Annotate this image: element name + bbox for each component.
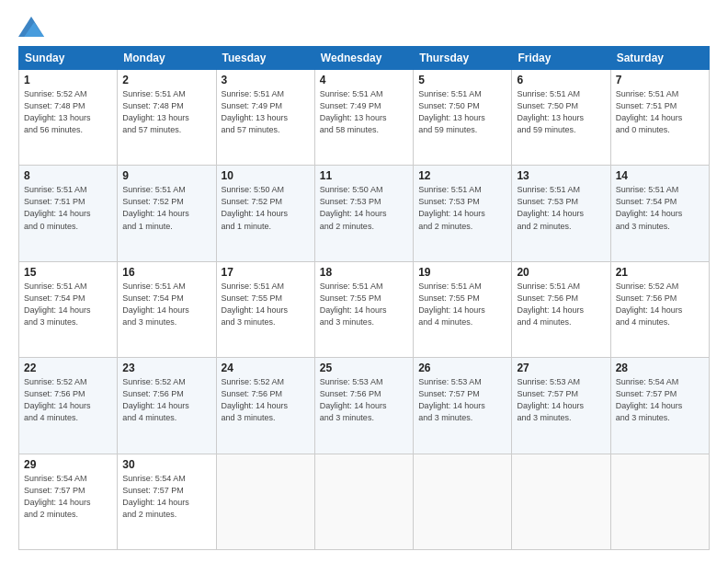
page: SundayMondayTuesdayWednesdayThursdayFrid… <box>0 0 728 563</box>
day-number: 27 <box>517 362 605 374</box>
day-number: 17 <box>222 266 310 279</box>
logo <box>18 17 48 37</box>
calendar-cell: 27Sunrise: 5:53 AM Sunset: 7:57 PM Dayli… <box>512 358 610 454</box>
day-number: 6 <box>517 74 605 86</box>
calendar-cell: 2Sunrise: 5:51 AM Sunset: 7:48 PM Daylig… <box>118 70 216 166</box>
day-info: Sunrise: 5:51 AM Sunset: 7:54 PM Dayligh… <box>24 281 112 328</box>
day-number: 9 <box>122 169 210 182</box>
calendar-cell: 11Sunrise: 5:50 AM Sunset: 7:53 PM Dayli… <box>314 166 413 261</box>
day-info: Sunrise: 5:50 AM Sunset: 7:52 PM Dayligh… <box>222 184 310 232</box>
calendar-cell: 5Sunrise: 5:51 AM Sunset: 7:50 PM Daylig… <box>414 70 512 166</box>
day-info: Sunrise: 5:51 AM Sunset: 7:50 PM Dayligh… <box>517 88 605 136</box>
day-number: 13 <box>517 169 605 182</box>
day-number: 14 <box>616 169 704 182</box>
header <box>18 17 710 37</box>
week-row-4: 22Sunrise: 5:52 AM Sunset: 7:56 PM Dayli… <box>19 358 710 454</box>
weekday-header-friday: Friday <box>512 47 610 70</box>
day-info: Sunrise: 5:51 AM Sunset: 7:55 PM Dayligh… <box>418 281 506 328</box>
day-info: Sunrise: 5:51 AM Sunset: 7:49 PM Dayligh… <box>320 88 408 136</box>
day-number: 16 <box>122 266 210 279</box>
calendar-cell: 15Sunrise: 5:51 AM Sunset: 7:54 PM Dayli… <box>19 261 118 357</box>
day-number: 3 <box>222 74 310 86</box>
day-number: 24 <box>222 362 310 374</box>
calendar-cell: 6Sunrise: 5:51 AM Sunset: 7:50 PM Daylig… <box>512 70 610 166</box>
calendar-cell: 23Sunrise: 5:52 AM Sunset: 7:56 PM Dayli… <box>118 358 216 454</box>
calendar-cell: 17Sunrise: 5:51 AM Sunset: 7:55 PM Dayli… <box>216 261 314 357</box>
calendar-cell: 3Sunrise: 5:51 AM Sunset: 7:49 PM Daylig… <box>216 70 314 166</box>
calendar-cell: 22Sunrise: 5:52 AM Sunset: 7:56 PM Dayli… <box>19 358 118 454</box>
day-number: 11 <box>320 169 408 182</box>
calendar-cell <box>512 454 610 549</box>
weekday-header-row: SundayMondayTuesdayWednesdayThursdayFrid… <box>19 47 710 70</box>
calendar-table: SundayMondayTuesdayWednesdayThursdayFrid… <box>18 46 710 550</box>
calendar-cell: 19Sunrise: 5:51 AM Sunset: 7:55 PM Dayli… <box>414 261 512 357</box>
day-number: 25 <box>320 362 408 374</box>
day-info: Sunrise: 5:51 AM Sunset: 7:53 PM Dayligh… <box>418 184 506 232</box>
calendar-cell: 29Sunrise: 5:54 AM Sunset: 7:57 PM Dayli… <box>19 454 118 549</box>
day-number: 21 <box>616 266 704 279</box>
day-number: 23 <box>122 362 210 374</box>
day-info: Sunrise: 5:53 AM Sunset: 7:56 PM Dayligh… <box>320 376 408 424</box>
calendar-cell: 30Sunrise: 5:54 AM Sunset: 7:57 PM Dayli… <box>118 454 216 549</box>
calendar-cell: 21Sunrise: 5:52 AM Sunset: 7:56 PM Dayli… <box>610 261 709 357</box>
day-info: Sunrise: 5:50 AM Sunset: 7:53 PM Dayligh… <box>320 184 408 232</box>
day-info: Sunrise: 5:53 AM Sunset: 7:57 PM Dayligh… <box>517 376 605 424</box>
calendar-cell: 14Sunrise: 5:51 AM Sunset: 7:54 PM Dayli… <box>610 166 709 261</box>
calendar-cell: 7Sunrise: 5:51 AM Sunset: 7:51 PM Daylig… <box>610 70 709 166</box>
week-row-2: 8Sunrise: 5:51 AM Sunset: 7:51 PM Daylig… <box>19 166 710 261</box>
day-number: 4 <box>320 74 408 86</box>
day-number: 5 <box>418 74 506 86</box>
day-number: 8 <box>24 169 112 182</box>
calendar-cell: 12Sunrise: 5:51 AM Sunset: 7:53 PM Dayli… <box>414 166 512 261</box>
day-info: Sunrise: 5:54 AM Sunset: 7:57 PM Dayligh… <box>616 376 704 424</box>
week-row-3: 15Sunrise: 5:51 AM Sunset: 7:54 PM Dayli… <box>19 261 710 357</box>
day-number: 1 <box>24 74 112 86</box>
day-number: 22 <box>24 362 112 374</box>
calendar-cell: 20Sunrise: 5:51 AM Sunset: 7:56 PM Dayli… <box>512 261 610 357</box>
day-number: 15 <box>24 266 112 279</box>
day-info: Sunrise: 5:51 AM Sunset: 7:53 PM Dayligh… <box>517 184 605 232</box>
day-info: Sunrise: 5:51 AM Sunset: 7:51 PM Dayligh… <box>616 88 704 136</box>
day-info: Sunrise: 5:51 AM Sunset: 7:55 PM Dayligh… <box>320 281 408 328</box>
weekday-header-wednesday: Wednesday <box>314 47 413 70</box>
day-info: Sunrise: 5:51 AM Sunset: 7:48 PM Dayligh… <box>122 88 210 136</box>
day-number: 29 <box>24 458 112 471</box>
calendar-cell <box>610 454 709 549</box>
day-info: Sunrise: 5:51 AM Sunset: 7:56 PM Dayligh… <box>517 281 605 328</box>
day-number: 26 <box>418 362 506 374</box>
calendar-cell: 4Sunrise: 5:51 AM Sunset: 7:49 PM Daylig… <box>314 70 413 166</box>
calendar-cell: 28Sunrise: 5:54 AM Sunset: 7:57 PM Dayli… <box>610 358 709 454</box>
weekday-header-saturday: Saturday <box>610 47 709 70</box>
day-info: Sunrise: 5:52 AM Sunset: 7:56 PM Dayligh… <box>122 376 210 424</box>
day-info: Sunrise: 5:51 AM Sunset: 7:55 PM Dayligh… <box>222 281 310 328</box>
calendar-cell: 10Sunrise: 5:50 AM Sunset: 7:52 PM Dayli… <box>216 166 314 261</box>
calendar-cell: 18Sunrise: 5:51 AM Sunset: 7:55 PM Dayli… <box>314 261 413 357</box>
day-info: Sunrise: 5:54 AM Sunset: 7:57 PM Dayligh… <box>24 473 112 521</box>
logo-icon <box>18 17 44 37</box>
day-number: 19 <box>418 266 506 279</box>
day-info: Sunrise: 5:54 AM Sunset: 7:57 PM Dayligh… <box>122 473 210 521</box>
day-info: Sunrise: 5:52 AM Sunset: 7:56 PM Dayligh… <box>222 376 310 424</box>
day-info: Sunrise: 5:51 AM Sunset: 7:51 PM Dayligh… <box>24 184 112 232</box>
day-info: Sunrise: 5:52 AM Sunset: 7:56 PM Dayligh… <box>24 376 112 424</box>
day-number: 7 <box>616 74 704 86</box>
calendar-cell: 9Sunrise: 5:51 AM Sunset: 7:52 PM Daylig… <box>118 166 216 261</box>
calendar-cell: 16Sunrise: 5:51 AM Sunset: 7:54 PM Dayli… <box>118 261 216 357</box>
week-row-5: 29Sunrise: 5:54 AM Sunset: 7:57 PM Dayli… <box>19 454 710 549</box>
day-number: 2 <box>122 74 210 86</box>
weekday-header-monday: Monday <box>118 47 216 70</box>
week-row-1: 1Sunrise: 5:52 AM Sunset: 7:48 PM Daylig… <box>19 70 710 166</box>
calendar-cell: 8Sunrise: 5:51 AM Sunset: 7:51 PM Daylig… <box>19 166 118 261</box>
calendar-cell <box>314 454 413 549</box>
calendar-cell: 13Sunrise: 5:51 AM Sunset: 7:53 PM Dayli… <box>512 166 610 261</box>
calendar-cell <box>414 454 512 549</box>
day-number: 10 <box>222 169 310 182</box>
day-number: 28 <box>616 362 704 374</box>
day-number: 12 <box>418 169 506 182</box>
weekday-header-thursday: Thursday <box>414 47 512 70</box>
calendar-cell: 26Sunrise: 5:53 AM Sunset: 7:57 PM Dayli… <box>414 358 512 454</box>
day-info: Sunrise: 5:51 AM Sunset: 7:52 PM Dayligh… <box>122 184 210 232</box>
day-info: Sunrise: 5:52 AM Sunset: 7:48 PM Dayligh… <box>24 88 112 136</box>
day-info: Sunrise: 5:51 AM Sunset: 7:49 PM Dayligh… <box>222 88 310 136</box>
day-number: 18 <box>320 266 408 279</box>
